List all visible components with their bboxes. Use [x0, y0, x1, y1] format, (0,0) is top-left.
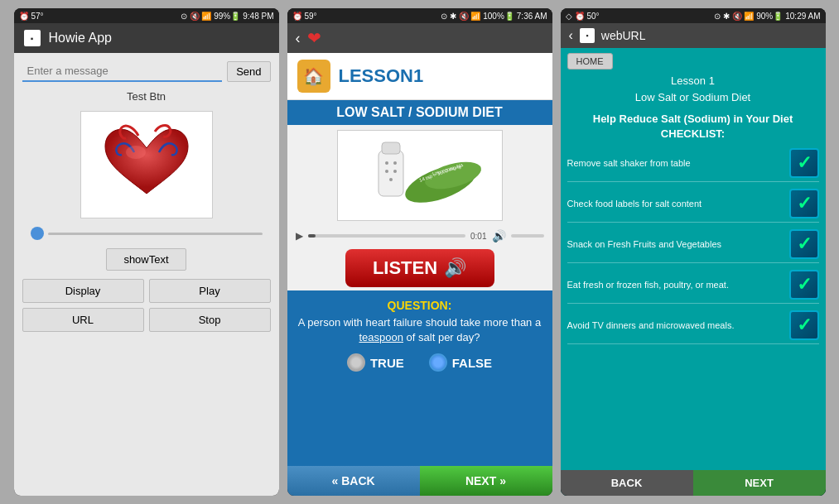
checkmark-icon-5: ✓: [797, 314, 812, 336]
phone2-status-icons: ⊙ ✱ 🔇 📶 100%🔋: [441, 12, 514, 21]
phone1-status-icons: ⊙ 🔇 📶 99%🔋: [181, 12, 240, 21]
phone3-back-button[interactable]: BACK: [561, 470, 693, 496]
checkmark-icon-1: ✓: [797, 152, 812, 174]
phone2-answers: TRUE FALSE: [296, 353, 544, 372]
phone2-house-icon: 🏠: [297, 60, 330, 93]
phone2-heart-icon: ❤: [307, 28, 321, 48]
svg-point-5: [385, 170, 388, 173]
phone3-time: 10:29 AM: [785, 12, 820, 21]
phone2-audio-bar: ▶ 0:01 🔊: [287, 226, 552, 246]
phone2-next-label: NEXT: [465, 474, 496, 487]
checklist-item-4-text: Eat fresh or frozen fish, poultry, or me…: [567, 280, 789, 290]
phone3-lesson-line2: Low Salt or Sodium Diet: [561, 89, 826, 106]
checklist-checkbox-3[interactable]: ✓: [789, 229, 819, 259]
checklist-item-5-text: Avoid TV dinners and microwaved meals.: [567, 320, 789, 330]
phone2-audio-time: 0:01: [470, 232, 486, 241]
phone2-nav-bar: « BACK NEXT »: [287, 466, 552, 496]
checklist-item-5: Avoid TV dinners and microwaved meals. ✓: [567, 307, 819, 344]
phone1-send-button[interactable]: Send: [227, 61, 270, 82]
phone1-time: 9:48 PM: [243, 12, 273, 21]
phone3-wifi-icon: ◇: [566, 12, 572, 21]
phone2-speaker-icon: 🔊: [444, 257, 466, 279]
phone2-food-image: 14 tsp = 1600 mg Na 1 tsp = 2000 mg: [337, 130, 503, 221]
phone3-checklist-title1: Help Reduce Salt (Sodium) in Your Diet: [561, 112, 826, 127]
phone2-false-label: FALSE: [452, 356, 492, 370]
heart-illustration: [101, 123, 192, 206]
checkmark-icon-3: ✓: [797, 233, 812, 255]
phone3-next-button[interactable]: NEXT: [693, 470, 826, 496]
checklist-item-3: Snack on Fresh Fruits and Vegetables ✓: [567, 226, 819, 263]
phone3-temp: 50°: [587, 12, 600, 21]
phone2-false-radio[interactable]: [429, 353, 447, 372]
phone3-status-icons: ⊙ ✱ 🔇 📶 90%🔋: [714, 12, 783, 21]
phone1-message-row: Send: [22, 61, 271, 82]
phone3-home-button[interactable]: HOME: [567, 53, 613, 70]
phone2-true-label: TRUE: [370, 356, 404, 370]
phone2-question-text: A person with heart failure should take …: [296, 315, 544, 345]
phone1-slider-track[interactable]: [48, 233, 263, 235]
phone3-checklist: Remove salt shaker from table ✓ Check fo…: [561, 145, 826, 470]
checklist-item-2-text: Check food labels for salt content: [567, 199, 789, 209]
phone1-button-grid: Display Play URL Stop: [22, 279, 271, 332]
phone1-play-button[interactable]: Play: [149, 279, 271, 303]
phone3-checklist-title2: CHECKLIST:: [561, 127, 826, 142]
phone2-frame: ⏰ 59° ⊙ ✱ 🔇 📶 100%🔋 7:36 AM ‹ ❤ 🏠 LESSON…: [287, 8, 552, 496]
phone2-false-option[interactable]: FALSE: [429, 353, 492, 372]
phone2-audio-progress[interactable]: [308, 234, 466, 238]
phone1-stop-button[interactable]: Stop: [149, 308, 271, 332]
phone2-next-button[interactable]: NEXT »: [420, 466, 552, 496]
phone2-volume-slider[interactable]: [511, 234, 544, 238]
phone1-heart-image: [80, 111, 213, 218]
phone2-appbar: ‹ ❤: [287, 23, 552, 53]
phone2-volume-icon[interactable]: 🔊: [492, 229, 506, 242]
checklist-checkbox-5[interactable]: ✓: [789, 310, 819, 340]
phone2-lesson-title: LESSON1: [339, 65, 424, 87]
phone2-alarm-icon: ⏰: [292, 12, 302, 21]
phone3-nav-bar: BACK NEXT: [561, 470, 826, 496]
checklist-checkbox-1[interactable]: ✓: [789, 148, 819, 178]
phone2-question-section: QUESTION: A person with heart failure sh…: [287, 290, 552, 466]
phone2-true-option[interactable]: TRUE: [347, 353, 404, 372]
checkmark-icon-4: ✓: [797, 274, 812, 295]
phone1-appbar: ▪ Howie App: [14, 23, 279, 53]
phone3-alarm-icon: ⏰: [575, 12, 585, 21]
phone2-true-radio[interactable]: [347, 353, 365, 372]
phone2-status-bar: ⏰ 59° ⊙ ✱ 🔇 📶 100%🔋 7:36 AM: [287, 8, 552, 23]
phone2-time: 7:36 AM: [517, 12, 547, 21]
phone3-app-icon: ▪: [580, 28, 595, 43]
phone1-showtext-button[interactable]: showText: [106, 248, 186, 271]
phone3-appbar: ‹ ▪ webURL: [561, 23, 826, 48]
checklist-item-2: Check food labels for salt content ✓: [567, 185, 819, 223]
phone1-content: Send Test Btn: [14, 53, 279, 496]
phone2-back-arrow-icon[interactable]: ‹: [296, 30, 301, 47]
svg-point-4: [393, 161, 397, 165]
phone2-back-chevrons-icon: «: [331, 474, 338, 487]
phone3-appbar-title: webURL: [601, 29, 646, 42]
phone3-status-bar: ◇ ⏰ 50° ⊙ ✱ 🔇 📶 90%🔋 10:29 AM: [561, 8, 826, 23]
phone3-frame: ◇ ⏰ 50° ⊙ ✱ 🔇 📶 90%🔋 10:29 AM ‹ ▪ webURL…: [561, 8, 826, 496]
checklist-checkbox-2[interactable]: ✓: [789, 189, 819, 218]
phone1-temp: 57°: [31, 12, 44, 21]
phone2-next-chevrons-icon: »: [499, 474, 506, 487]
phone2-listen-button[interactable]: LISTEN 🔊: [345, 249, 494, 287]
phone3-content: HOME Lesson 1 Low Salt or Sodium Diet He…: [561, 48, 826, 496]
phone2-temp: 59°: [305, 12, 317, 21]
phone1-display-button[interactable]: Display: [22, 279, 144, 303]
svg-point-6: [393, 170, 397, 173]
phone1-message-input[interactable]: [22, 61, 223, 82]
phone3-back-arrow-icon[interactable]: ‹: [569, 28, 573, 43]
phone1-alarm-icon: ⏰: [19, 12, 29, 21]
svg-point-7: [389, 178, 393, 181]
svg-rect-2: [382, 142, 400, 154]
svg-rect-1: [379, 151, 403, 196]
phone1-frame: ⏰ 57° ⊙ 🔇 📶 99%🔋 9:48 PM ▪ Howie App Sen…: [14, 8, 279, 496]
phone1-test-btn-label: Test Btn: [127, 90, 166, 103]
checklist-item-1-text: Remove salt shaker from table: [567, 158, 789, 168]
phone2-back-button[interactable]: « BACK: [287, 466, 420, 496]
phone1-url-button[interactable]: URL: [22, 308, 144, 332]
phone3-lesson-line1: Lesson 1: [561, 73, 826, 89]
phone1-slider-dot[interactable]: [31, 227, 44, 240]
phone2-content: 🏠 LESSON1 LOW SALT / SODIUM DIET: [287, 53, 552, 496]
phone3-checklist-title: Help Reduce Salt (Sodium) in Your Diet C…: [561, 108, 826, 145]
checklist-checkbox-4[interactable]: ✓: [789, 270, 819, 300]
